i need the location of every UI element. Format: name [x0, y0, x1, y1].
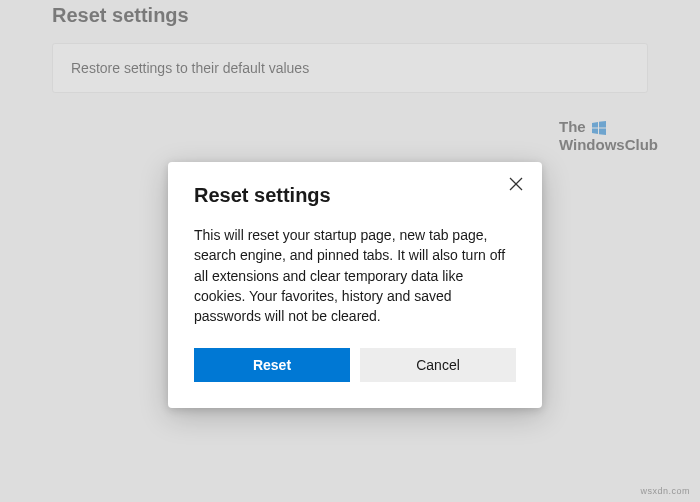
- watermark-text: wsxdn.com: [640, 486, 690, 496]
- dialog-actions: Reset Cancel: [194, 348, 516, 382]
- reset-settings-dialog: Reset settings This will reset your star…: [168, 162, 542, 408]
- close-icon: [509, 177, 523, 195]
- reset-button[interactable]: Reset: [194, 348, 350, 382]
- cancel-button[interactable]: Cancel: [360, 348, 516, 382]
- close-button[interactable]: [506, 176, 526, 196]
- dialog-title: Reset settings: [194, 184, 516, 207]
- dialog-body: This will reset your startup page, new t…: [194, 225, 516, 326]
